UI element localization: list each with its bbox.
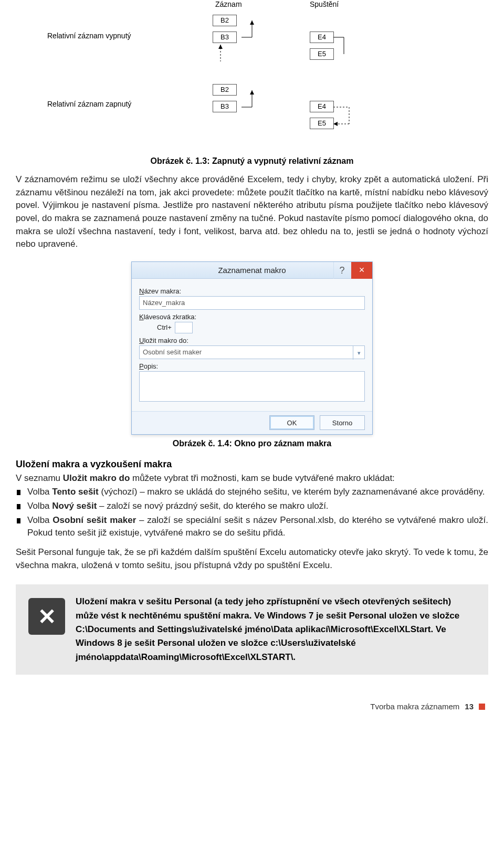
- input-description[interactable]: [139, 371, 365, 402]
- svg-marker-13: [333, 122, 338, 126]
- combo-store-in[interactable]: Osobní sešit maker ▾: [139, 345, 365, 359]
- svg-marker-4: [218, 45, 223, 49]
- svg-marker-9: [250, 90, 254, 95]
- label-store-in: Uložit makro do:: [139, 337, 365, 344]
- input-shortcut-key[interactable]: [175, 322, 193, 333]
- bold-ulozit-makro-do: Uložit makro do: [63, 473, 130, 483]
- diagram-row2-label: Relativní záznam zapnutý: [47, 100, 131, 108]
- figure-caption-1-3: Obrázek č. 1.3: Zapnutý a vypnutý relati…: [16, 156, 488, 166]
- paragraph-personal-behavior: Sešit Personal funguje tak, že se při ka…: [16, 546, 488, 572]
- label-description: Popis:: [139, 362, 365, 370]
- diagram-col-zaznam: Záznam: [215, 0, 242, 8]
- page-footer: Tvorba makra záznamem 13: [16, 696, 488, 715]
- warning-icon: ✕: [28, 598, 65, 635]
- label-ctrl: Ctrl+: [157, 323, 172, 331]
- label-macro-name: Název makra:: [139, 287, 365, 295]
- list-store-options: Volba Tento sešit (výchozí) – makro se u…: [16, 486, 488, 540]
- footer-section-title: Tvorba makra záznamem: [370, 702, 459, 711]
- input-macro-name[interactable]: Název_makra: [139, 296, 365, 310]
- paragraph-record-mode: V záznamovém režimu se uloží všechny akc…: [16, 173, 488, 251]
- warning-note: ✕ Uložení makra v sešitu Personal (a ted…: [16, 584, 488, 675]
- figure-caption-1-4: Obrázek č. 1.4: Okno pro záznam makra: [16, 439, 488, 448]
- list-item: Volba Osobní sešit maker – založí se spe…: [16, 514, 488, 540]
- close-icon[interactable]: ×: [351, 262, 372, 279]
- footer-page-number: 13: [465, 702, 474, 711]
- footer-square-icon: [479, 704, 485, 710]
- svg-marker-2: [250, 20, 254, 25]
- list-item: Volba Nový sešit – založí se nový prázdn…: [16, 500, 488, 513]
- diagram-arrows-top: [210, 13, 346, 63]
- diagram-relative-record: Záznam Spuštění Relativní záznam vypnutý…: [16, 0, 488, 152]
- dialog-title-text: Zaznamenat makro: [218, 266, 286, 275]
- paragraph-store-intro: V seznamu Uložit makro do můžete vybrat …: [16, 472, 488, 485]
- chevron-down-icon[interactable]: ▾: [353, 346, 364, 360]
- dialog-record-macro: Zaznamenat makro ? × Název makra: Název_…: [131, 261, 373, 435]
- subheading-save-macro: Uložení makra a vyzkoušení makra: [16, 459, 488, 470]
- dialog-titlebar: Zaznamenat makro ? ×: [132, 262, 372, 279]
- help-icon[interactable]: ?: [333, 262, 350, 279]
- diagram-row1-label: Relativní záznam vypnutý: [47, 32, 131, 40]
- ok-button[interactable]: OK: [269, 415, 314, 430]
- label-shortcut: Klávesová zkratka:: [139, 313, 365, 321]
- cancel-button[interactable]: Storno: [320, 415, 365, 430]
- list-item: Volba Tento sešit (výchozí) – makro se u…: [16, 486, 488, 499]
- warning-text: Uložení makra v sešitu Personal (a tedy …: [76, 595, 476, 664]
- diagram-arrows-bottom: [210, 83, 357, 135]
- combo-store-value: Osobní sešit maker: [143, 348, 202, 356]
- diagram-col-spusteni: Spuštění: [310, 0, 339, 8]
